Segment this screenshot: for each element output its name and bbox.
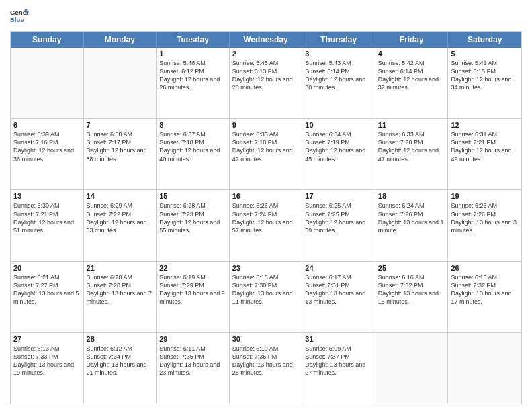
cell-detail: Sunrise: 5:46 AM Sunset: 6:12 PM Dayligh… <box>159 59 226 92</box>
cell-detail: Sunrise: 6:35 AM Sunset: 7:18 PM Dayligh… <box>232 130 300 163</box>
calendar-cell: 22Sunrise: 6:19 AM Sunset: 7:29 PM Dayli… <box>157 262 230 332</box>
calendar: SundayMondayTuesdayWednesdayThursdayFrid… <box>10 31 522 404</box>
logo-icon: General Blue <box>10 7 29 26</box>
calendar-cell: 21Sunrise: 6:20 AM Sunset: 7:28 PM Dayli… <box>84 262 157 332</box>
cell-detail: Sunrise: 5:43 AM Sunset: 6:14 PM Dayligh… <box>305 59 372 92</box>
calendar-cell: 23Sunrise: 6:18 AM Sunset: 7:30 PM Dayli… <box>230 262 303 332</box>
calendar-cell: 25Sunrise: 6:16 AM Sunset: 7:32 PM Dayli… <box>375 262 449 332</box>
day-number: 31 <box>305 335 372 343</box>
day-number: 13 <box>13 192 81 200</box>
day-number: 23 <box>232 264 300 272</box>
calendar-cell: 5Sunrise: 5:41 AM Sunset: 6:15 PM Daylig… <box>448 48 521 118</box>
cell-detail: Sunrise: 6:10 AM Sunset: 7:36 PM Dayligh… <box>232 345 300 377</box>
cell-detail: Sunrise: 5:45 AM Sunset: 6:13 PM Dayligh… <box>232 59 300 92</box>
day-number: 6 <box>13 121 81 129</box>
day-number: 11 <box>378 121 445 129</box>
day-number: 12 <box>451 121 519 129</box>
day-number: 8 <box>159 121 226 129</box>
day-number: 16 <box>232 192 300 200</box>
calendar-cell: 10Sunrise: 6:34 AM Sunset: 7:19 PM Dayli… <box>302 119 375 189</box>
calendar-cell: 12Sunrise: 6:31 AM Sunset: 7:21 PM Dayli… <box>448 119 521 189</box>
calendar-row-0: 1Sunrise: 5:46 AM Sunset: 6:12 PM Daylig… <box>11 48 521 118</box>
cell-detail: Sunrise: 6:31 AM Sunset: 7:21 PM Dayligh… <box>451 130 519 163</box>
calendar-cell: 24Sunrise: 6:17 AM Sunset: 7:31 PM Dayli… <box>302 262 375 332</box>
calendar-cell: 29Sunrise: 6:11 AM Sunset: 7:35 PM Dayli… <box>157 333 230 404</box>
calendar-cell: 30Sunrise: 6:10 AM Sunset: 7:36 PM Dayli… <box>230 333 303 404</box>
day-number: 4 <box>378 50 445 58</box>
cell-detail: Sunrise: 6:26 AM Sunset: 7:24 PM Dayligh… <box>232 201 300 234</box>
calendar-cell: 31Sunrise: 6:09 AM Sunset: 7:37 PM Dayli… <box>302 333 375 404</box>
day-number: 25 <box>378 264 445 272</box>
day-number: 1 <box>159 50 226 58</box>
calendar-cell: 2Sunrise: 5:45 AM Sunset: 6:13 PM Daylig… <box>230 48 303 118</box>
calendar-cell: 18Sunrise: 6:24 AM Sunset: 7:26 PM Dayli… <box>375 190 449 261</box>
header: General Blue <box>10 7 522 26</box>
calendar-cell: 3Sunrise: 5:43 AM Sunset: 6:14 PM Daylig… <box>302 48 375 118</box>
cell-detail: Sunrise: 6:15 AM Sunset: 7:32 PM Dayligh… <box>451 273 519 306</box>
logo: General Blue <box>10 7 29 26</box>
calendar-cell <box>11 48 84 118</box>
calendar-cell: 6Sunrise: 6:39 AM Sunset: 7:16 PM Daylig… <box>11 119 84 189</box>
calendar-cell <box>375 333 449 404</box>
cell-detail: Sunrise: 6:37 AM Sunset: 7:18 PM Dayligh… <box>159 130 226 163</box>
calendar-cell: 11Sunrise: 6:33 AM Sunset: 7:20 PM Dayli… <box>375 119 449 189</box>
day-number: 28 <box>87 335 154 343</box>
calendar-row-4: 27Sunrise: 6:13 AM Sunset: 7:33 PM Dayli… <box>11 332 521 404</box>
day-header-wednesday: Wednesday <box>230 32 303 48</box>
day-header-saturday: Saturday <box>448 32 521 48</box>
cell-detail: Sunrise: 6:29 AM Sunset: 7:22 PM Dayligh… <box>87 201 154 234</box>
cell-detail: Sunrise: 6:12 AM Sunset: 7:34 PM Dayligh… <box>87 345 154 377</box>
cell-detail: Sunrise: 6:28 AM Sunset: 7:23 PM Dayligh… <box>159 201 226 234</box>
calendar-cell: 15Sunrise: 6:28 AM Sunset: 7:23 PM Dayli… <box>157 190 230 261</box>
day-number: 5 <box>451 50 519 58</box>
calendar-cell: 9Sunrise: 6:35 AM Sunset: 7:18 PM Daylig… <box>230 119 303 189</box>
svg-text:Blue: Blue <box>10 16 24 24</box>
calendar-cell: 8Sunrise: 6:37 AM Sunset: 7:18 PM Daylig… <box>157 119 230 189</box>
day-number: 21 <box>87 264 154 272</box>
day-number: 10 <box>305 121 372 129</box>
cell-detail: Sunrise: 6:17 AM Sunset: 7:31 PM Dayligh… <box>305 273 372 306</box>
calendar-cell: 13Sunrise: 6:30 AM Sunset: 7:21 PM Dayli… <box>11 190 84 261</box>
day-number: 17 <box>305 192 372 200</box>
cell-detail: Sunrise: 6:24 AM Sunset: 7:26 PM Dayligh… <box>378 201 445 234</box>
cell-detail: Sunrise: 6:16 AM Sunset: 7:32 PM Dayligh… <box>378 273 445 306</box>
day-number: 14 <box>87 192 154 200</box>
calendar-cell: 1Sunrise: 5:46 AM Sunset: 6:12 PM Daylig… <box>157 48 230 118</box>
calendar-cell: 20Sunrise: 6:21 AM Sunset: 7:27 PM Dayli… <box>11 262 84 332</box>
cell-detail: Sunrise: 6:23 AM Sunset: 7:26 PM Dayligh… <box>451 201 519 234</box>
cell-detail: Sunrise: 6:33 AM Sunset: 7:20 PM Dayligh… <box>378 130 445 163</box>
cell-detail: Sunrise: 5:41 AM Sunset: 6:15 PM Dayligh… <box>451 59 519 92</box>
cell-detail: Sunrise: 6:21 AM Sunset: 7:27 PM Dayligh… <box>13 273 81 306</box>
calendar-cell: 19Sunrise: 6:23 AM Sunset: 7:26 PM Dayli… <box>448 190 521 261</box>
day-header-sunday: Sunday <box>11 32 84 48</box>
day-number: 27 <box>13 335 81 343</box>
calendar-row-3: 20Sunrise: 6:21 AM Sunset: 7:27 PM Dayli… <box>11 261 521 332</box>
cell-detail: Sunrise: 6:11 AM Sunset: 7:35 PM Dayligh… <box>159 345 226 377</box>
calendar-cell: 4Sunrise: 5:42 AM Sunset: 6:14 PM Daylig… <box>375 48 449 118</box>
day-number: 3 <box>305 50 372 58</box>
cell-detail: Sunrise: 6:13 AM Sunset: 7:33 PM Dayligh… <box>13 345 81 377</box>
cell-detail: Sunrise: 6:18 AM Sunset: 7:30 PM Dayligh… <box>232 273 300 306</box>
day-number: 22 <box>159 264 226 272</box>
cell-detail: Sunrise: 5:42 AM Sunset: 6:14 PM Dayligh… <box>378 59 445 92</box>
cell-detail: Sunrise: 6:39 AM Sunset: 7:16 PM Dayligh… <box>13 130 81 163</box>
day-number: 18 <box>378 192 445 200</box>
calendar-row-2: 13Sunrise: 6:30 AM Sunset: 7:21 PM Dayli… <box>11 189 521 261</box>
cell-detail: Sunrise: 6:25 AM Sunset: 7:25 PM Dayligh… <box>305 201 372 234</box>
day-number: 20 <box>13 264 81 272</box>
cell-detail: Sunrise: 6:38 AM Sunset: 7:17 PM Dayligh… <box>87 130 154 163</box>
calendar-cell: 7Sunrise: 6:38 AM Sunset: 7:17 PM Daylig… <box>84 119 157 189</box>
calendar-cell: 28Sunrise: 6:12 AM Sunset: 7:34 PM Dayli… <box>84 333 157 404</box>
day-header-monday: Monday <box>84 32 157 48</box>
cell-detail: Sunrise: 6:20 AM Sunset: 7:28 PM Dayligh… <box>87 273 154 306</box>
cell-detail: Sunrise: 6:34 AM Sunset: 7:19 PM Dayligh… <box>305 130 372 163</box>
calendar-header: SundayMondayTuesdayWednesdayThursdayFrid… <box>11 32 521 48</box>
day-number: 2 <box>232 50 300 58</box>
calendar-cell: 26Sunrise: 6:15 AM Sunset: 7:32 PM Dayli… <box>448 262 521 332</box>
cell-detail: Sunrise: 6:30 AM Sunset: 7:21 PM Dayligh… <box>13 201 81 234</box>
day-header-thursday: Thursday <box>302 32 375 48</box>
day-number: 24 <box>305 264 372 272</box>
day-number: 26 <box>451 264 519 272</box>
calendar-cell: 14Sunrise: 6:29 AM Sunset: 7:22 PM Dayli… <box>84 190 157 261</box>
day-number: 29 <box>159 335 226 343</box>
